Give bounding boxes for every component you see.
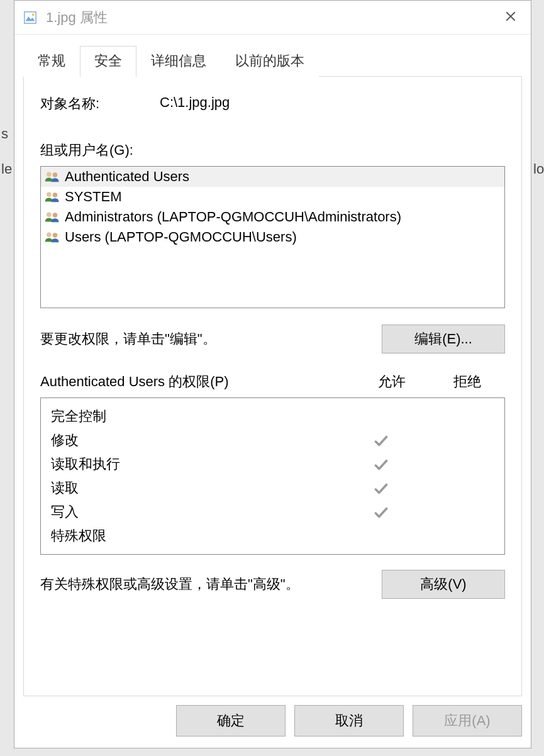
svg-point-10 [53, 213, 58, 218]
tab-panel-security: 对象名称: C:\1.jpg.jpg 组或用户名(G): Authenticat… [23, 76, 522, 696]
users-icon [45, 191, 60, 203]
permission-allow [343, 479, 419, 496]
permission-name: 完全控制 [51, 407, 343, 426]
object-name-label: 对象名称: [40, 94, 160, 113]
permissions-header-name: Authenticated Users 的权限(P) [40, 372, 354, 391]
edit-hint-text: 要更改权限，请单击"编辑"。 [40, 330, 382, 348]
permission-name: 读取 [51, 479, 343, 498]
permissions-header-allow: 允许 [354, 372, 430, 391]
edit-button[interactable]: 编辑(E)... [382, 325, 505, 353]
list-item-label: Users (LAPTOP-QGMOCCUH\Users) [65, 229, 297, 245]
permissions-listbox: 完全控制修改 读取和执行 读取 写入 特殊权限 [40, 397, 505, 555]
groups-listbox[interactable]: Authenticated Users SYSTEM Administrator… [40, 166, 505, 308]
apply-button[interactable]: 应用(A) [413, 705, 522, 737]
svg-point-9 [47, 213, 52, 218]
titlebar: 1.jpg 属性 [14, 1, 531, 35]
list-item-label: Administrators (LAPTOP-QGMOCCUH\Administ… [65, 209, 401, 225]
cancel-button[interactable]: 取消 [294, 705, 404, 737]
advanced-hint-row: 有关特殊权限或高级设置，请单击"高级"。 高级(V) [40, 570, 505, 599]
permission-name: 特殊权限 [51, 526, 343, 545]
close-button[interactable] [497, 9, 525, 26]
window-title: 1.jpg 属性 [46, 8, 497, 27]
bg-text: le [1, 161, 12, 177]
permission-row: 完全控制 [41, 404, 504, 428]
close-icon [505, 11, 516, 22]
tab-general[interactable]: 常规 [23, 46, 80, 77]
permission-allow [343, 455, 419, 472]
svg-point-2 [32, 13, 35, 16]
permission-name: 读取和执行 [51, 455, 343, 474]
svg-point-12 [53, 233, 58, 238]
permission-allow [343, 503, 419, 520]
svg-point-8 [53, 192, 58, 197]
properties-dialog: 1.jpg 属性 常规 安全 详细信息 以前的版本 对象名称: C:\1.jpg… [14, 0, 531, 748]
list-item[interactable]: Authenticated Users [41, 167, 504, 187]
permissions-header-deny: 拒绝 [430, 372, 505, 391]
svg-point-7 [47, 192, 52, 197]
permission-row: 写入 [41, 500, 504, 524]
tabstrip: 常规 安全 详细信息 以前的版本 [23, 46, 522, 76]
tab-previous-versions[interactable]: 以前的版本 [221, 46, 319, 77]
users-icon [45, 211, 60, 223]
permission-row: 修改 [41, 428, 504, 452]
advanced-button[interactable]: 高级(V) [382, 570, 505, 599]
file-image-icon [23, 11, 37, 25]
svg-point-11 [47, 233, 52, 238]
svg-point-6 [53, 172, 58, 177]
users-icon [45, 170, 60, 183]
list-item[interactable]: Users (LAPTOP-QGMOCCUH\Users) [41, 227, 504, 247]
ok-button[interactable]: 确定 [176, 705, 286, 737]
object-name-row: 对象名称: C:\1.jpg.jpg [40, 94, 505, 113]
tab-details[interactable]: 详细信息 [136, 46, 221, 77]
svg-point-5 [47, 172, 52, 177]
permission-allow [343, 431, 419, 448]
permission-row: 读取 [41, 476, 504, 500]
tab-security[interactable]: 安全 [80, 46, 136, 77]
list-item-label: SYSTEM [65, 189, 121, 205]
dialog-content: 常规 安全 详细信息 以前的版本 对象名称: C:\1.jpg.jpg 组或用户… [14, 35, 531, 696]
dialog-footer: 确定 取消 应用(A) [14, 696, 531, 748]
bg-text: lo [533, 161, 544, 177]
list-item[interactable]: Administrators (LAPTOP-QGMOCCUH\Administ… [41, 207, 504, 227]
edit-hint-row: 要更改权限，请单击"编辑"。 编辑(E)... [40, 325, 505, 353]
groups-label: 组或用户名(G): [40, 141, 505, 160]
bg-text: s [1, 126, 8, 142]
permission-row: 特殊权限 [41, 524, 504, 548]
permissions-header: Authenticated Users 的权限(P) 允许 拒绝 [40, 372, 505, 391]
svg-rect-0 [25, 11, 36, 23]
users-icon [45, 231, 60, 243]
permission-name: 修改 [51, 431, 343, 450]
advanced-hint-text: 有关特殊权限或高级设置，请单击"高级"。 [40, 575, 382, 594]
permission-row: 读取和执行 [41, 452, 504, 476]
list-item-label: Authenticated Users [65, 169, 189, 185]
object-name-value: C:\1.jpg.jpg [160, 94, 230, 113]
permission-name: 写入 [51, 503, 343, 521]
list-item[interactable]: SYSTEM [41, 187, 504, 207]
